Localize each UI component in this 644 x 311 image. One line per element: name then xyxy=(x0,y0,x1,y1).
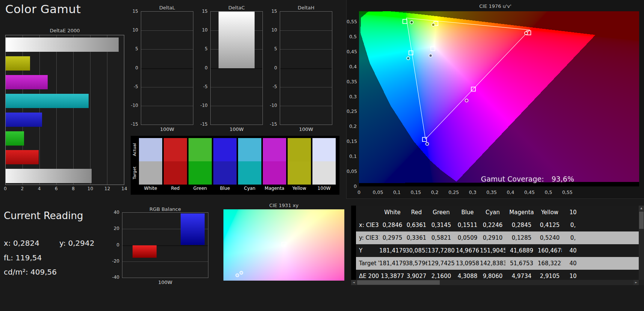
deltae-bar-blue xyxy=(6,113,42,127)
actual-swatch xyxy=(263,138,286,161)
x-tick-label: 8 xyxy=(69,186,77,191)
x-tick-label: 0,55 xyxy=(560,189,575,195)
target-swatch xyxy=(139,161,162,185)
table-cell: Cyan xyxy=(480,209,505,216)
horizontal-scrollbar[interactable]: ◄ ► xyxy=(351,280,639,285)
y-tick-label: 10 xyxy=(265,27,277,33)
swatch-label: Cyan xyxy=(238,185,261,192)
cie1976-diagram xyxy=(359,11,639,186)
gridline xyxy=(141,49,193,50)
gamut-coverage-value: 93,6% xyxy=(552,175,574,183)
target-row-label: Target xyxy=(132,161,138,185)
y-tick-label: 0,25 xyxy=(347,108,357,114)
table-cell: 13,3877 xyxy=(379,273,406,279)
table-cell: 40 xyxy=(562,260,584,267)
gridline xyxy=(141,30,193,31)
table-cell: Magenta xyxy=(505,209,538,216)
y-tick-label: 0,5 xyxy=(347,34,357,39)
deltae2000-x-axis: 02468101214 xyxy=(5,186,133,192)
table-cell: 0,2246 xyxy=(480,222,505,228)
actual-swatch xyxy=(139,138,162,161)
table-cell: 10 xyxy=(562,273,584,279)
cie1931-diagram xyxy=(223,209,344,281)
y-tick-label: 0,15 xyxy=(347,138,357,144)
table-row: y: CIE310,29750,33610,58210,05090,29100,… xyxy=(356,231,639,244)
color-gamut-page: Color Gamut DeltaE 2000 02468101214 Delt… xyxy=(0,0,644,311)
swatch-column-red: Red xyxy=(164,138,187,192)
deltae-bar-magenta xyxy=(6,75,48,89)
table-cell: 0,4125 xyxy=(538,222,562,228)
measurement-table-wrap: WhiteRedGreenBlueCyanMagentaYellow10x: C… xyxy=(351,206,644,285)
deltal-plot xyxy=(141,11,193,125)
table-cell: 4,9734 xyxy=(505,273,538,279)
gamut-coverage-label: Gamut Coverage: xyxy=(481,175,544,183)
swatch-label: Blue xyxy=(213,185,237,192)
gridline xyxy=(211,68,262,69)
x-tick-label: 0,35 xyxy=(484,189,499,195)
fl-label: fL: xyxy=(4,253,13,262)
table-cell: 0,2975 xyxy=(379,234,406,241)
actual-row-label: Actual xyxy=(132,138,138,161)
y-tick-label: -15 xyxy=(195,122,208,127)
scroll-up-button[interactable]: ▲ xyxy=(639,206,644,211)
table-cell: 9,8060 xyxy=(480,273,505,279)
vertical-scrollbar[interactable]: ▲ ▼ xyxy=(639,206,644,285)
swatch-label: Yellow xyxy=(288,185,311,192)
y-tick-label: -10 xyxy=(126,103,138,108)
table-cell: 0, xyxy=(562,222,584,228)
fl-value: 119,54 xyxy=(15,253,42,262)
swatch-panel: Actual Target WhiteRedGreenBlueCyanMagen… xyxy=(131,136,339,195)
target-swatch xyxy=(238,161,261,185)
swatch-label: 100W xyxy=(312,185,336,192)
table-row: ΔE 200013,38773,90272,16004,30889,80604,… xyxy=(356,270,639,280)
y-label: y: xyxy=(59,239,66,248)
table-cell: 137,7280 xyxy=(427,247,455,254)
table-cell: Green xyxy=(427,209,455,216)
table-row: Target Y181,417938,5796129,742513,095814… xyxy=(356,257,639,270)
scroll-left-button[interactable]: ◄ xyxy=(351,280,356,285)
actual-swatch xyxy=(238,138,261,161)
target-swatch xyxy=(263,161,286,185)
x-tick-label: 0 xyxy=(351,189,366,195)
y-tick-label: 0,1 xyxy=(347,153,357,159)
table-cell: 0, xyxy=(562,234,584,241)
gridline xyxy=(280,30,332,31)
gridline xyxy=(211,87,262,87)
scroll-right-button[interactable]: ► xyxy=(633,280,639,285)
x-label: x: xyxy=(4,239,11,248)
y-tick-label: 10 xyxy=(126,27,138,33)
cd-label: cd/m²: xyxy=(4,267,28,276)
reading-y: y: 0,2942 xyxy=(59,239,94,248)
table-cell: 0,3145 xyxy=(427,222,455,228)
table-header-row: WhiteRedGreenBlueCyanMagentaYellow10 xyxy=(356,206,639,219)
actual-swatch xyxy=(164,138,187,161)
x-tick-label: 0,5 xyxy=(541,189,556,195)
table-cell: 13,0958 xyxy=(455,260,480,267)
table-cell: 4,3088 xyxy=(455,273,480,279)
swatch-label: White xyxy=(139,185,162,192)
cd-value: 409,56 xyxy=(30,267,57,276)
horizontal-scroll-thumb[interactable] xyxy=(357,280,440,285)
row-label: x: CIE31 xyxy=(356,222,379,228)
x-tick-label: 0,2 xyxy=(427,189,442,195)
table-cell: Yellow xyxy=(538,209,562,216)
gridline xyxy=(211,106,262,106)
table-cell: 0,5240 xyxy=(538,234,562,241)
target-swatch xyxy=(164,161,187,185)
table-cell: Blue xyxy=(455,209,480,216)
table-row: Y181,417930,0853137,728014,9676151,90454… xyxy=(356,244,639,257)
vertical-scroll-thumb[interactable] xyxy=(639,212,644,229)
x-tick-label: 0,1 xyxy=(389,189,404,195)
row-label: ΔE 2000 xyxy=(356,273,379,279)
y-tick-label: 5 xyxy=(126,46,138,51)
deltae-bar-green xyxy=(6,131,24,146)
target-swatch xyxy=(312,161,336,185)
current-reading-title: Current Reading xyxy=(4,210,83,221)
y-tick-label: -5 xyxy=(126,84,138,89)
table-cell: 0,3361 xyxy=(406,234,427,241)
deltah-category-label: 100W xyxy=(280,126,332,132)
y-tick-label: 0,55 xyxy=(347,19,357,24)
scrollbar-corner xyxy=(639,280,644,285)
deltae-bar-red xyxy=(6,150,39,164)
deltac-bar xyxy=(219,12,255,68)
